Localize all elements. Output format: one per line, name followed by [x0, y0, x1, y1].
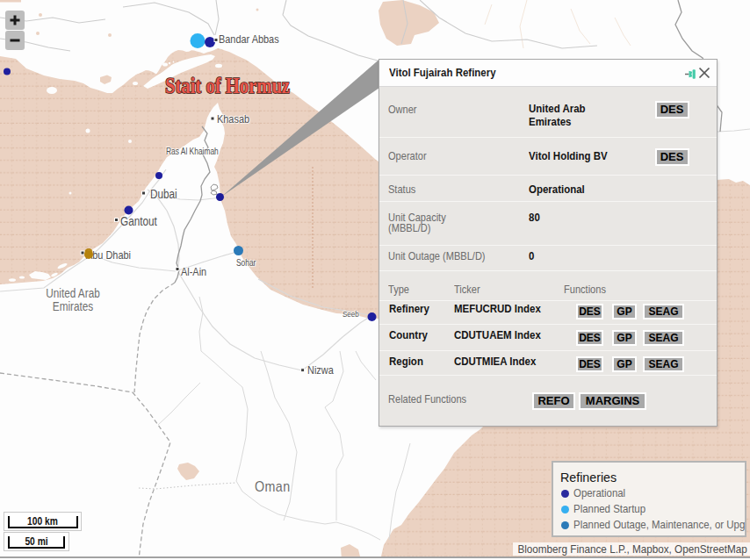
svg-text:Stait of Hormuz: Stait of Hormuz [165, 73, 290, 98]
